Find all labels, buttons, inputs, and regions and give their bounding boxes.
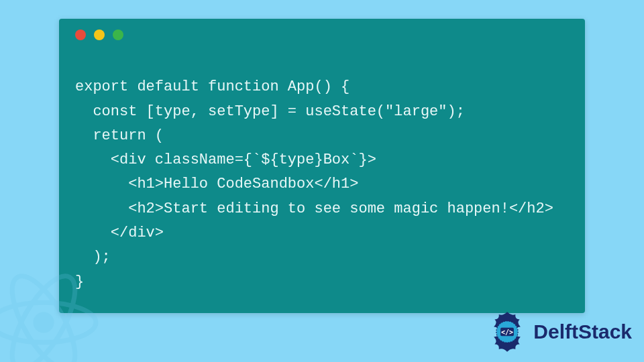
svg-text:</>: </> [501,328,513,336]
code-line: </div> [75,225,164,241]
minimize-icon[interactable] [94,29,105,40]
code-line: const [type, setType] = useState("large"… [75,103,465,120]
close-icon[interactable] [75,29,86,40]
brand-name: DelftStack [533,320,632,343]
code-line: <h1>Hello CodeSandbox</h1> [75,176,358,192]
window-titlebar [59,19,585,46]
svg-point-0 [33,312,54,333]
brand-badge-icon: </> [486,311,528,353]
brand-logo: </> DelftStack [486,311,632,353]
code-line: <h2>Start editing to see some magic happ… [75,200,553,217]
react-watermark-icon [0,265,101,362]
code-block: export default function App() { const [t… [59,46,585,294]
code-line: ); [75,249,111,265]
code-window: export default function App() { const [t… [59,19,585,313]
code-line: export default function App() { [75,78,350,95]
maximize-icon[interactable] [113,29,123,40]
code-line: <div className={`${type}Box`}> [75,152,376,168]
code-line: return ( [75,127,164,144]
